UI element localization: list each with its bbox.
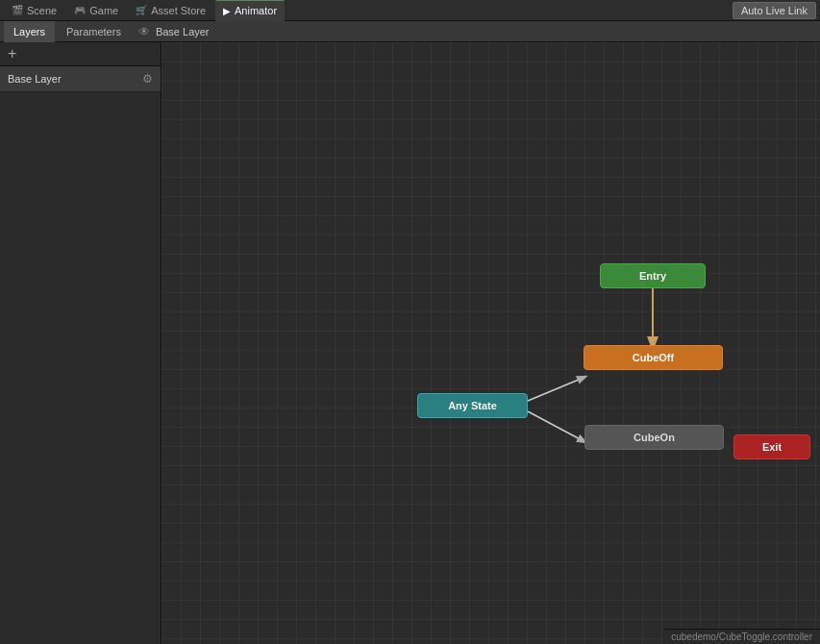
tab-layers-label: Layers	[13, 26, 45, 37]
arrows-svg	[162, 42, 820, 644]
animator-icon: ▶	[223, 6, 231, 16]
node-exit[interactable]: Exit	[733, 434, 810, 459]
node-exit-label: Exit	[762, 441, 782, 453]
tab-scene[interactable]: 🎬 Scene	[4, 0, 64, 21]
tab-parameters-label: Parameters	[66, 26, 121, 37]
node-entry-label: Entry	[639, 270, 666, 282]
add-layer-button[interactable]: +	[6, 46, 18, 62]
node-cubeon-label: CubeOn	[634, 432, 675, 443]
auto-live-link-button[interactable]: Auto Live Link	[733, 2, 816, 19]
breadcrumb: Base Layer	[156, 26, 210, 37]
animator-canvas[interactable]: Entry CubeOff Any State CubeOn Exit cube…	[162, 42, 820, 644]
node-entry[interactable]: Entry	[600, 263, 706, 288]
sub-tab-bar: Layers Parameters 👁 Base Layer	[0, 21, 820, 42]
node-cubeon[interactable]: CubeOn	[584, 425, 724, 450]
node-anystate[interactable]: Any State	[417, 393, 528, 418]
svg-line-1	[528, 377, 585, 401]
layer-header: +	[0, 42, 161, 66]
base-layer-label: Base Layer	[8, 73, 62, 85]
left-panel: + Base Layer ⚙	[0, 42, 162, 644]
node-cubeoff[interactable]: CubeOff	[584, 345, 723, 370]
node-anystate-label: Any State	[448, 400, 497, 411]
breadcrumb-area: 👁 Base Layer	[133, 25, 816, 38]
tab-scene-label: Scene	[27, 5, 57, 16]
svg-line-2	[528, 411, 585, 442]
tab-animator-label: Animator	[235, 5, 277, 16]
status-bar: cubedemo/CubeToggle.controller	[663, 629, 820, 644]
tab-asset-store-label: Asset Store	[151, 5, 206, 16]
eye-icon[interactable]: 👁	[138, 25, 150, 38]
tab-asset-store[interactable]: 🛒 Asset Store	[128, 0, 213, 21]
node-cubeoff-label: CubeOff	[633, 352, 674, 363]
scene-icon: 🎬	[12, 5, 23, 15]
tab-game[interactable]: 🎮 Game	[66, 0, 126, 21]
base-layer-item[interactable]: Base Layer ⚙	[0, 66, 161, 92]
tab-layers[interactable]: Layers	[4, 21, 55, 42]
tab-parameters[interactable]: Parameters	[57, 21, 131, 42]
game-icon: 🎮	[74, 5, 86, 15]
status-text: cubedemo/CubeToggle.controller	[671, 632, 812, 642]
main-layout: + Base Layer ⚙	[0, 42, 820, 644]
top-tab-bar: 🎬 Scene 🎮 Game 🛒 Asset Store ▶ Animator …	[0, 0, 820, 21]
tab-animator[interactable]: ▶ Animator	[215, 0, 285, 21]
gear-icon[interactable]: ⚙	[142, 72, 153, 86]
tab-game-label: Game	[89, 5, 118, 16]
asset-store-icon: 🛒	[136, 5, 147, 15]
